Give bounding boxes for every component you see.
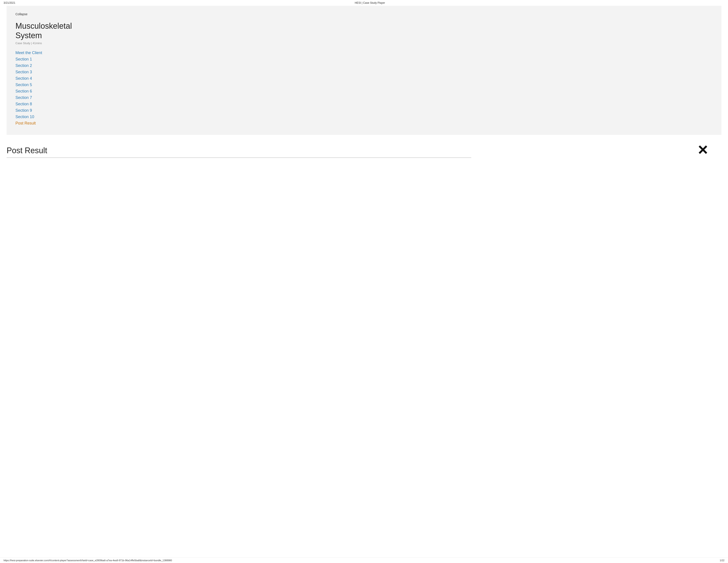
nav-item-section-6[interactable]: Section 6 (15, 88, 713, 94)
nav-link-section-5[interactable]: Section 5 (15, 82, 713, 88)
nav-link-section-6[interactable]: Section 6 (15, 88, 713, 94)
close-button[interactable]: ✕ (697, 144, 708, 157)
nav-link-section-8[interactable]: Section 8 (15, 101, 713, 107)
nav-link-section-4[interactable]: Section 4 (15, 76, 713, 81)
nav-link-section-7[interactable]: Section 7 (15, 95, 713, 100)
nav-list: Meet the Client Section 1 Section 2 Sect… (15, 50, 713, 126)
nav-item-section-2[interactable]: Section 2 (15, 63, 713, 68)
nav-link-section-3[interactable]: Section 3 (15, 69, 713, 75)
course-title-line2: System (15, 31, 42, 40)
nav-link-meet-the-client[interactable]: Meet the Client (15, 50, 713, 56)
sidebar-panel: Collapse Musculoskeletal System Case Stu… (7, 6, 721, 135)
collapse-button[interactable]: Collapse (15, 12, 27, 16)
nav-link-section-10[interactable]: Section 10 (15, 114, 713, 120)
nav-item-section-10[interactable]: Section 10 (15, 114, 713, 120)
nav-item-section-1[interactable]: Section 1 (15, 56, 713, 62)
browser-title: HESI | Case Study Player (355, 1, 385, 4)
nav-item-section-9[interactable]: Section 9 (15, 108, 713, 113)
nav-item-section-4[interactable]: Section 4 (15, 76, 713, 81)
browser-bar: 3/21/2021 HESI | Case Study Player (0, 0, 728, 6)
nav-item-post-result[interactable]: Post Result (15, 120, 713, 126)
nav-link-section-9[interactable]: Section 9 (15, 108, 713, 113)
nav-link-section-1[interactable]: Section 1 (15, 56, 713, 62)
nav-item-section-8[interactable]: Section 8 (15, 101, 713, 107)
main-wrapper: Collapse Musculoskeletal System Case Stu… (0, 6, 728, 164)
post-result-section: Post Result ✕ (7, 141, 721, 158)
nav-link-post-result[interactable]: Post Result (15, 120, 713, 126)
nav-item-section-5[interactable]: Section 5 (15, 82, 713, 88)
browser-date: 3/21/2021 (4, 1, 15, 4)
nav-link-section-2[interactable]: Section 2 (15, 63, 713, 68)
course-title-line1: Musculoskeletal (15, 21, 72, 30)
post-result-heading: Post Result (7, 146, 471, 158)
nav-item-meet-the-client[interactable]: Meet the Client (15, 50, 713, 56)
course-title: Musculoskeletal System (15, 21, 713, 40)
course-meta: Case Study | 41mins (15, 41, 713, 45)
nav-item-section-3[interactable]: Section 3 (15, 69, 713, 75)
nav-item-section-7[interactable]: Section 7 (15, 95, 713, 100)
